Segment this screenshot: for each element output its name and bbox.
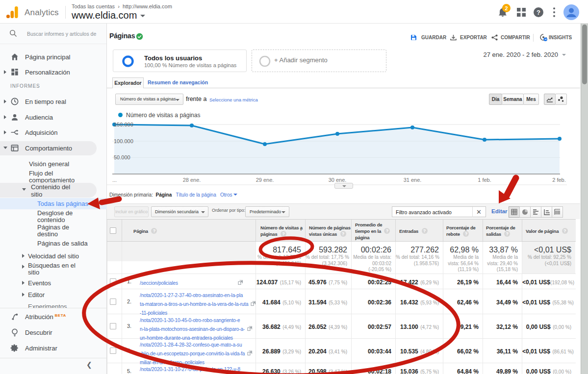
svg-text:1 feb.: 1 feb. bbox=[478, 177, 491, 183]
svg-text:31 ene.: 31 ene. bbox=[404, 177, 422, 183]
svg-text:150.000: 150.000 bbox=[114, 122, 133, 127]
svg-text:?: ? bbox=[537, 9, 540, 16]
svg-text:100.000: 100.000 bbox=[114, 138, 133, 144]
svg-text:2: 2 bbox=[505, 5, 508, 11]
svg-text:28 ene.: 28 ene. bbox=[183, 177, 201, 183]
svg-text:...: ... bbox=[112, 177, 117, 183]
svg-text:2 feb.: 2 feb. bbox=[552, 177, 566, 183]
svg-text:29 ene.: 29 ene. bbox=[256, 177, 274, 183]
svg-text:30 ene.: 30 ene. bbox=[329, 177, 347, 183]
svg-text:50.000: 50.000 bbox=[114, 154, 130, 160]
